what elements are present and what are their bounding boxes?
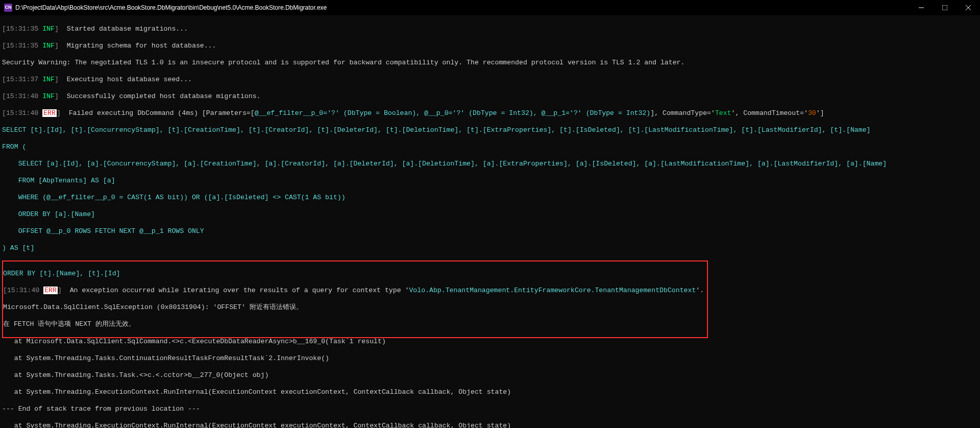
sql-line: FROM [AbpTenants] AS [a] <box>2 177 978 185</box>
sql-line: ORDER BY [t].[Name], [t].[Id] <box>3 270 704 278</box>
minimize-button[interactable] <box>910 0 933 15</box>
log-line-error: [15:31:40 ERR] Failed executing DbComman… <box>2 109 978 118</box>
sql-line: FROM ( <box>2 143 978 152</box>
stack-trace-line: at System.Threading.Tasks.Task.<>c.<.cct… <box>2 371 978 380</box>
window-controls <box>910 0 980 15</box>
stack-trace-line: at System.Threading.Tasks.ContinuationRe… <box>2 354 978 363</box>
sql-line: SELECT [t].[Id], [t].[ConcurrencyStamp],… <box>2 126 978 135</box>
stack-trace-line: at Microsoft.Data.SqlClient.SqlCommand.<… <box>2 338 978 346</box>
title-bar: CN D:\ProjectData\Abp\BookStore\src\Acme… <box>0 0 980 15</box>
exception-detail: 在 FETCH 语句中选项 NEXT 的用法无效。 <box>3 320 704 329</box>
log-line: [15:31:35 INF] Migrating schema for host… <box>2 42 978 51</box>
sql-line: WHERE (@__ef_filter__p_0 = CAST(1 AS bit… <box>2 194 978 202</box>
close-button[interactable] <box>957 0 980 15</box>
error-badge: ERR <box>42 109 57 117</box>
app-icon: CN <box>4 4 12 12</box>
terminal-output[interactable]: [15:31:35 INF] Started database migratio… <box>0 15 980 428</box>
log-line: [15:31:40 INF] Successfully completed ho… <box>2 92 978 101</box>
stack-trace-separator: --- End of stack trace from previous loc… <box>2 405 978 414</box>
sql-line: ) AS [t] <box>2 244 978 253</box>
stack-trace-line: at System.Threading.ExecutionContext.Run… <box>2 388 978 397</box>
exception-detail: Microsoft.Data.SqlClient.SqlException (0… <box>3 303 704 312</box>
log-line: [15:31:35 INF] Started database migratio… <box>2 25 978 34</box>
error-badge: ERR <box>43 287 58 294</box>
log-line-exception: [15:31:40 ERR] An exception occurred whi… <box>3 287 704 295</box>
log-line: [15:31:37 INF] Executing host database s… <box>2 76 978 84</box>
sql-line: ORDER BY [a].[Name] <box>2 210 978 219</box>
window-title: D:\ProjectData\Abp\BookStore\src\Acme.Bo… <box>15 4 327 12</box>
svg-rect-1 <box>942 5 947 10</box>
sql-line: OFFSET @__p_0 ROWS FETCH NEXT @__p_1 ROW… <box>2 227 978 236</box>
maximize-button[interactable] <box>933 0 957 15</box>
stack-trace-line: at System.Threading.ExecutionContext.Run… <box>2 422 978 428</box>
error-highlight-box: ORDER BY [t].[Name], [t].[Id] [15:31:40 … <box>2 260 708 339</box>
sql-line: SELECT [a].[Id], [a].[ConcurrencyStamp],… <box>2 160 978 169</box>
log-line-security-warning: Security Warning: The negotiated TLS 1.0… <box>2 59 978 67</box>
